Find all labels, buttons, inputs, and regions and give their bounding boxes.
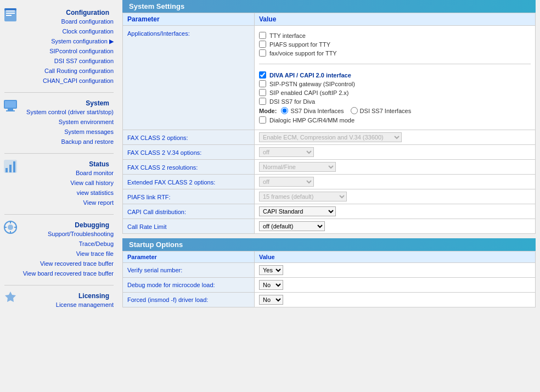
call-rate-select[interactable]: off (default) 10/s 20/s 50/s [259, 221, 325, 231]
sidebar-item-system-messages[interactable]: System messages [21, 127, 114, 137]
sidebar-item-board-monitor[interactable]: Board monitor [21, 168, 114, 178]
startup-label-2: Forced (insmod -f) driver load: [123, 293, 255, 307]
sidebar-item-clock-config[interactable]: Clock configuration [21, 26, 114, 36]
ext-fax-class2-select[interactable]: off on [259, 177, 314, 187]
system-header: System [21, 97, 114, 107]
checkbox-group-2: DIVA API / CAPI 2.0 interface SIP-PSTN g… [259, 68, 531, 127]
dialogic-checkbox[interactable] [259, 116, 266, 124]
fax-class2-select[interactable]: Enable ECM, Compression and V.34 (33600) [259, 132, 402, 142]
svg-rect-6 [5, 101, 16, 108]
sidebar-item-trace-debug[interactable]: Trace/Debug [21, 239, 114, 249]
startup-row-1: Debug mode for microcode load: No Yes [123, 278, 536, 293]
sidebar-item-backup-restore[interactable]: Backup and restore [21, 137, 114, 147]
sidebar-item-dsi-ss7-config[interactable]: DSI SS7 configuration [21, 56, 114, 66]
sidebar-item-view-trace-file[interactable]: View trace file [21, 249, 114, 259]
call-rate-row: Call Rate Limit off (default) 10/s 20/s … [123, 219, 536, 234]
capi-dist-value: CAPI Standard Round Robin Least Loaded [255, 204, 536, 219]
sidebar-section-debugging: Debugging Support/Troubleshooting Trace/… [0, 217, 118, 281]
ss7-diva-radio[interactable] [281, 107, 288, 114]
startup-select-0[interactable]: Yes No [259, 265, 283, 275]
startup-label-0: Verify serial number: [123, 263, 255, 278]
sidebar-item-system-control[interactable]: System control (driver start/stop) [21, 107, 114, 117]
sip-capi-checkbox[interactable] [259, 89, 266, 96]
startup-select-2[interactable]: No Yes [259, 295, 283, 305]
startup-row-2: Forced (insmod -f) driver load: No Yes [123, 293, 536, 307]
fax-class2-row: FAX CLASS 2 options: Enable ECM, Compres… [123, 130, 536, 145]
diva-api-row: DIVA API / CAPI 2.0 interface [259, 71, 531, 79]
status-links: Status Board monitor View call history v… [21, 158, 118, 208]
tty-interface-row: TTY interface [259, 32, 531, 39]
startup-value-header: Value [255, 251, 536, 263]
sidebar-section-system: System System control (driver start/stop… [0, 95, 118, 149]
fax-class2-v34-row: FAX CLASS 2 V.34 options: off on [123, 145, 536, 160]
sidebar-item-board-config[interactable]: Board configuration [21, 16, 114, 26]
ss7-diva-label[interactable]: SS7 Diva Interfaces [281, 107, 344, 114]
sidebar-item-view-recovered-trace[interactable]: View recovered trace buffer [21, 259, 114, 268]
startup-value-2: No Yes [255, 293, 536, 307]
fax-class2-v34-value: off on [255, 145, 536, 160]
sidebar-item-call-routing-config[interactable]: Call Routing configuration [21, 66, 114, 76]
sidebar-section-licensing: Licensing License management [0, 288, 118, 312]
sidebar-item-view-board-recovered-trace[interactable]: View board recovered trace buffer [21, 268, 114, 278]
startup-select-1[interactable]: No Yes [259, 280, 283, 290]
fax-class2-v34-select[interactable]: off on [259, 147, 314, 157]
sidebar-section-status: Status Board monitor View call history v… [0, 156, 118, 210]
piafs-tty-label: PIAFS support for TTY [269, 41, 330, 48]
sidebar-item-system-config[interactable]: System configuration ▶ [21, 36, 114, 46]
ext-fax-class2-row: Extended FAX CLASS 2 options: off on [123, 175, 536, 189]
configuration-header: Configuration [21, 7, 114, 16]
fax-class2-res-label: FAX CLASS 2 resolutions: [123, 160, 255, 175]
sidebar-item-license-management[interactable]: License management [21, 300, 114, 310]
dsi-ss7-label: DSI SS7 for Diva [269, 98, 315, 105]
sidebar-item-view-statistics[interactable]: view statistics [21, 188, 114, 198]
system-settings-table: Parameter Value Applications/Interfaces:… [122, 13, 536, 234]
sip-capi-row: SIP enabled CAPI (softIP 2.x) [259, 89, 531, 96]
svg-rect-12 [13, 161, 15, 172]
tty-interface-checkbox[interactable] [259, 32, 266, 39]
debugging-icon [0, 219, 21, 236]
fax-voice-checkbox[interactable] [259, 49, 266, 57]
mode-row: Mode: SS7 Diva Interfaces DSI SS7 Interf… [259, 107, 531, 114]
dsi-ss7-interfaces-text: DSI SS7 Interfaces [360, 108, 412, 114]
fax-class2-res-select[interactable]: Normal/Fine Normal only Fine only [259, 162, 336, 172]
dsi-ss7-row: DSI SS7 for Diva [259, 98, 531, 105]
startup-label-1: Debug mode for microcode load: [123, 278, 255, 293]
startup-row-0: Verify serial number: Yes No [123, 263, 536, 278]
sidebar-item-system-environment[interactable]: System environment [21, 117, 114, 127]
piafs-tty-row: PIAFS support for TTY [259, 41, 531, 48]
startup-table: Parameter Value Verify serial number: Ye… [122, 251, 536, 307]
startup-value-0: Yes No [255, 263, 536, 278]
sidebar-item-sipcontrol-config[interactable]: SIPcontrol configuration [21, 46, 114, 56]
sip-pstn-checkbox[interactable] [259, 80, 266, 87]
fax-class2-dropdown-row: Enable ECM, Compression and V.34 (33600) [259, 132, 531, 142]
sidebar-item-support-troubleshooting[interactable]: Support/Troubleshooting [21, 229, 114, 239]
capi-dist-select[interactable]: CAPI Standard Round Robin Least Loaded [259, 206, 336, 216]
diva-api-checkbox[interactable] [259, 71, 266, 79]
sidebar-item-view-call-history[interactable]: View call history [21, 178, 114, 188]
dsi-ss7-checkbox[interactable] [259, 98, 266, 105]
sip-pstn-label: SIP-PSTN gateway (SIPcontrol) [269, 81, 355, 87]
fax-voice-label: fax/voice support for TTY [269, 50, 337, 57]
sidebar-item-view-report[interactable]: View report [21, 198, 114, 208]
tty-interface-label: TTY interface [269, 32, 306, 39]
dialogic-row: Dialogic HMP GC/R4/MM mode [259, 116, 531, 124]
fax-class2-res-value: Normal/Fine Normal only Fine only [255, 160, 536, 175]
licensing-links: Licensing License management [21, 290, 118, 310]
piafs-rtf-label: PIAFS link RTF: [123, 189, 255, 204]
startup-value-1: No Yes [255, 278, 536, 293]
value-column-header: Value [255, 13, 536, 26]
fax-class2-v34-label: FAX CLASS 2 V.34 options: [123, 145, 255, 160]
dsi-ss7-interfaces-label[interactable]: DSI SS7 Interfaces [351, 107, 412, 114]
status-header: Status [21, 158, 114, 168]
piafs-tty-checkbox[interactable] [259, 41, 266, 48]
separator-1 [259, 64, 531, 64]
dsi-ss7-interfaces-radio[interactable] [351, 107, 358, 114]
sidebar-item-chan-capi-config[interactable]: CHAN_CAPI configuration [21, 76, 114, 86]
call-rate-label: Call Rate Limit [123, 219, 255, 234]
licensing-icon [0, 290, 21, 306]
piafs-rtf-row: PIAFS link RTF: 15 frames (default) 10 f… [123, 189, 536, 204]
startup-param-header: Parameter [123, 251, 255, 263]
ext-fax-class2-value: off on [255, 175, 536, 189]
main-content: System Settings Parameter Value Applicat… [118, 0, 540, 392]
piafs-rtf-select[interactable]: 15 frames (default) 10 frames 5 frames [259, 192, 347, 201]
